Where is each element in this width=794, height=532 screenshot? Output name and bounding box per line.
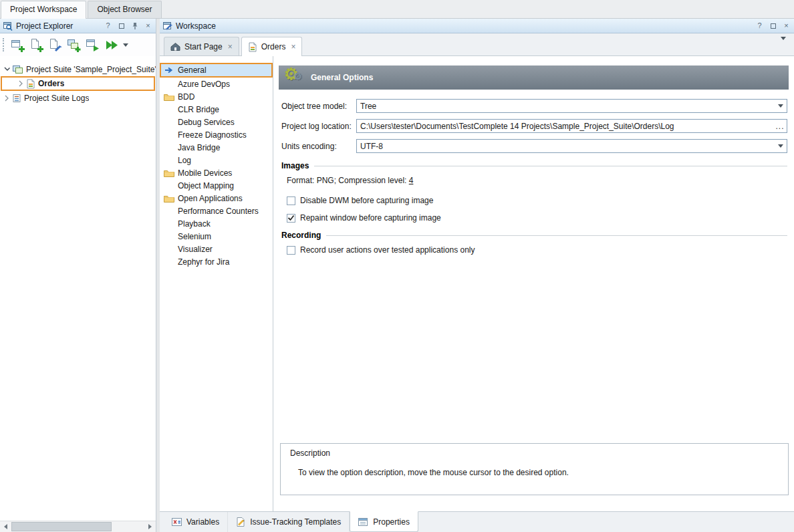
tab-project-workspace[interactable]: Project Workspace xyxy=(1,1,86,19)
tree-item-project-suite-logs[interactable]: Project Suite Logs xyxy=(0,92,156,104)
workspace-title: Workspace xyxy=(176,21,751,31)
option-item-general[interactable]: General xyxy=(160,63,273,78)
add-new-item-button[interactable] xyxy=(27,36,45,53)
option-item-java-bridge[interactable]: Java Bridge xyxy=(160,141,273,154)
tree-item-orders[interactable]: Orders xyxy=(1,76,155,91)
disable-dwm-checkbox[interactable] xyxy=(287,196,295,205)
app-window: Project Workspace Object Browser Project… xyxy=(0,0,794,532)
toolbar-grip[interactable] xyxy=(3,38,5,51)
tree-item-project-suite[interactable]: Project Suite 'Sample_Project_Suite' (1 … xyxy=(0,63,156,76)
close-tab-icon[interactable]: × xyxy=(291,42,295,51)
option-label: Performance Counters xyxy=(178,207,259,216)
project-explorer-icon xyxy=(3,21,13,31)
tree-item-label: Orders xyxy=(38,79,64,88)
dropdown-caret-icon[interactable] xyxy=(775,140,786,152)
expander-expanded-icon[interactable] xyxy=(4,66,10,72)
option-item-open-applications[interactable]: Open Applications xyxy=(160,192,273,205)
option-label: Java Bridge xyxy=(178,143,220,152)
workspace-maximize-button[interactable] xyxy=(768,21,778,31)
option-item-playback[interactable]: Playback xyxy=(160,217,273,230)
close-tab-icon[interactable]: × xyxy=(228,42,233,51)
option-label: Playback xyxy=(178,219,211,229)
object-tree-model-select[interactable]: Tree xyxy=(356,99,787,113)
tab-issue-tracking-templates[interactable]: Issue-Tracking Templates xyxy=(228,512,350,532)
tab-object-browser[interactable]: Object Browser xyxy=(88,1,161,18)
project-suite-icon xyxy=(13,65,23,74)
option-item-freeze-diagnostics[interactable]: Freeze Diagnostics xyxy=(160,128,273,141)
scroll-left-button[interactable] xyxy=(0,521,11,532)
tree-item-label: Project Suite Logs xyxy=(24,94,89,103)
description-text: To view the option description, move the… xyxy=(290,468,779,477)
option-item-selenium[interactable]: Selenium xyxy=(160,230,273,243)
scroll-right-button[interactable] xyxy=(144,521,156,532)
folder-icon xyxy=(164,93,174,101)
option-item-bdd[interactable]: BDD xyxy=(160,90,273,103)
option-item-mobile-devices[interactable]: Mobile Devices xyxy=(160,166,273,179)
scrollbar-track[interactable] xyxy=(11,521,144,532)
option-item-azure-devops[interactable]: Azure DevOps xyxy=(160,78,273,90)
general-options-form: Object tree model: Tree Project log loca… xyxy=(279,90,789,263)
explorer-pin-button[interactable] xyxy=(130,21,140,31)
option-item-visualizer[interactable]: Visualizer xyxy=(160,243,273,255)
explorer-help-button[interactable]: ? xyxy=(103,21,113,31)
project-explorer-panel: Project Explorer ? × xyxy=(0,19,156,532)
general-options-header: ⚙⚙ General Options xyxy=(279,65,789,90)
project-log-location-input[interactable]: C:\Users\tester\Documents\TestComplete 1… xyxy=(356,119,787,133)
record-user-actions-row: Record user actions over tested applicat… xyxy=(287,245,787,255)
tab-properties[interactable]: Properties xyxy=(350,511,418,532)
section-divider xyxy=(314,166,787,166)
explorer-close-button[interactable]: × xyxy=(143,21,153,31)
option-label: Mobile Devices xyxy=(178,168,232,178)
option-item-performance-counters[interactable]: Performance Counters xyxy=(160,205,273,217)
tab-list-dropdown-button[interactable] xyxy=(778,37,789,52)
document-tab-bar: Start Page × Orders × xyxy=(160,33,794,56)
edit-item-button[interactable] xyxy=(46,36,63,53)
option-item-log[interactable]: Log xyxy=(160,154,273,166)
compression-level-link[interactable]: 4 xyxy=(409,176,414,185)
tab-object-browser-label: Object Browser xyxy=(97,5,152,14)
run-project-button[interactable] xyxy=(102,36,120,53)
browse-button[interactable]: ... xyxy=(774,120,786,132)
tab-variables[interactable]: Variables xyxy=(164,512,228,532)
dropdown-caret-icon[interactable] xyxy=(775,100,786,112)
option-item-object-mapping[interactable]: Object Mapping xyxy=(160,179,273,192)
repaint-window-label: Repaint window before capturing image xyxy=(300,213,441,223)
repaint-window-checkbox[interactable] xyxy=(287,214,295,223)
doc-tab-orders[interactable]: Orders × xyxy=(241,37,303,56)
bottom-tab-bar: Variables Issue-Tracking Templates Prope… xyxy=(160,511,794,532)
image-format-line: Format: PNG; Compression level: 4 xyxy=(287,176,787,185)
explorer-horizontal-scrollbar[interactable] xyxy=(0,521,156,532)
options-editor: General Azure DevOps BDD CLR Bridge Debu… xyxy=(160,56,794,511)
scrollbar-thumb[interactable] xyxy=(11,522,112,531)
main-area: Project Explorer ? × xyxy=(0,19,794,532)
repaint-window-row: Repaint window before capturing image xyxy=(287,213,787,223)
workspace-help-button[interactable]: ? xyxy=(755,21,765,31)
folder-icon xyxy=(164,169,174,177)
general-options-page: ⚙⚙ General Options Object tree model: Tr… xyxy=(273,56,794,511)
record-user-actions-checkbox[interactable] xyxy=(287,246,295,255)
issue-tracking-icon xyxy=(236,517,245,527)
recording-section-title: Recording xyxy=(281,231,321,240)
explorer-maximize-button[interactable] xyxy=(116,21,126,31)
units-encoding-value: UTF-8 xyxy=(360,142,383,151)
project-tree: Project Suite 'Sample_Project_Suite' (1 … xyxy=(0,56,156,521)
option-item-zephyr-for-jira[interactable]: Zephyr for Jira xyxy=(160,255,273,268)
expander-collapsed-icon[interactable] xyxy=(4,95,9,102)
project-suite-logs-icon xyxy=(12,94,21,103)
run-item-button[interactable] xyxy=(84,36,101,53)
option-label: CLR Bridge xyxy=(178,105,219,114)
add-project-suite-button[interactable] xyxy=(9,36,26,53)
organize-items-button[interactable] xyxy=(65,36,82,53)
units-encoding-label: Units encoding: xyxy=(281,142,356,151)
workspace-close-button[interactable]: × xyxy=(781,21,791,31)
project-log-location-label: Project log location: xyxy=(281,122,356,131)
option-label: Visualizer xyxy=(178,245,213,254)
option-item-clr-bridge[interactable]: CLR Bridge xyxy=(160,103,273,116)
doc-tab-start-page[interactable]: Start Page × xyxy=(164,37,239,55)
units-encoding-select[interactable]: UTF-8 xyxy=(356,139,787,153)
option-label: Debug Services xyxy=(178,118,235,127)
toolbar-more-button[interactable] xyxy=(121,36,130,53)
expander-collapsed-icon[interactable] xyxy=(18,80,23,87)
images-section-title: Images xyxy=(281,161,309,170)
option-item-debug-services[interactable]: Debug Services xyxy=(160,116,273,128)
